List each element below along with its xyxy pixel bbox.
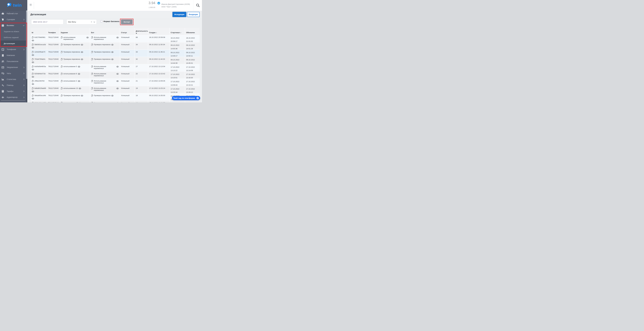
- copy-icon[interactable]: [91, 44, 93, 46]
- eye-icon[interactable]: [79, 88, 81, 89]
- copy-icon[interactable]: [32, 95, 34, 97]
- sidebar-item-1[interactable]: Сценарии: [0, 17, 27, 23]
- sidebar-item-2[interactable]: Вызовы: [0, 23, 27, 29]
- copy-icon[interactable]: [91, 66, 93, 68]
- sidebar-scrollbar-thumb[interactable]: [26, 12, 27, 79]
- column-header-duration[interactable]: Длительность: [135, 28, 148, 35]
- eye-icon[interactable]: [32, 83, 34, 85]
- column-header-bot[interactable]: Бот: [90, 28, 120, 35]
- eye-icon[interactable]: [116, 73, 119, 75]
- eye-icon[interactable]: [32, 62, 34, 63]
- export-button[interactable]: Экспорт: [121, 20, 132, 24]
- platform-guide-chat-button[interactable]: Твой гид по платформе: [172, 96, 200, 100]
- eye-icon[interactable]: [32, 91, 34, 92]
- eye-icon[interactable]: [81, 95, 83, 97]
- sidebar-item-4[interactable]: Шаблоны заданий: [0, 35, 27, 41]
- balance-dropdown-icon[interactable]: [158, 2, 160, 5]
- column-header-id[interactable]: Id: [31, 28, 47, 35]
- sidebar-item-3[interactable]: Задания на обзвон: [0, 29, 27, 35]
- eye-icon[interactable]: [32, 47, 34, 49]
- column-header-task[interactable]: Задание: [60, 28, 90, 35]
- copy-icon[interactable]: [91, 87, 93, 90]
- copy-icon[interactable]: [32, 51, 34, 53]
- sidebar-item-8[interactable]: Пользователи: [0, 58, 27, 64]
- balance-amount[interactable]: 3.94: [146, 1, 158, 5]
- copy-icon[interactable]: [91, 36, 93, 39]
- eye-icon[interactable]: [86, 37, 89, 38]
- copy-icon[interactable]: [32, 36, 34, 39]
- eye-icon[interactable]: [81, 51, 83, 53]
- user-info[interactable]: Иванов Дмитрий Сергеевич (t3159) ООО "Тв…: [162, 3, 190, 8]
- copy-icon[interactable]: [91, 73, 93, 75]
- sidebar-item-11[interactable]: Статистика: [0, 76, 27, 82]
- hamburger-menu-icon[interactable]: [30, 4, 32, 6]
- table-row[interactable]: cf9fa22fd78379111715040использование 3Ис…: [31, 79, 200, 86]
- copy-icon[interactable]: [32, 80, 34, 82]
- sidebar-item-5[interactable]: Детализация: [0, 41, 27, 47]
- table-row[interactable]: 58b583ceca3d79111715040Проверка перезвон…: [31, 43, 200, 50]
- clear-select-icon[interactable]: ✕: [91, 21, 92, 23]
- column-header-started[interactable]: Стартовал↓↑: [170, 28, 185, 35]
- eye-icon[interactable]: [111, 44, 114, 46]
- sidebar-item-10[interactable]: Чаты: [0, 70, 27, 76]
- table-row[interactable]: fc92709d098179111715040использование пер…: [31, 35, 200, 43]
- sidebar-item-14[interactable]: Аудиопарсер: [0, 94, 27, 100]
- table-row[interactable]: 8c80d0b4603a79111715040использование 5Ис…: [31, 64, 200, 72]
- copy-icon[interactable]: [61, 58, 62, 60]
- eye-icon[interactable]: [32, 98, 34, 99]
- copy-icon[interactable]: [32, 66, 34, 68]
- eye-icon[interactable]: [116, 80, 119, 82]
- table-row[interactable]: 6986d884-06779111715040использование 17И…: [31, 101, 200, 102]
- outgoing-tab-button[interactable]: Исходящие: [172, 12, 186, 17]
- copy-icon[interactable]: [91, 80, 93, 82]
- eye-icon[interactable]: [81, 59, 83, 60]
- copy-icon[interactable]: [61, 102, 62, 102]
- brand-logo[interactable]: twin: [0, 0, 27, 11]
- search-icon[interactable]: [196, 3, 200, 8]
- copy-icon[interactable]: [61, 95, 62, 97]
- table-row[interactable]: 703d478fab0c79111715040Проверка перезвон…: [31, 57, 200, 64]
- column-header-created[interactable]: Создан↓↑: [148, 28, 170, 35]
- eye-icon[interactable]: [78, 73, 80, 75]
- eye-icon[interactable]: [32, 40, 34, 41]
- eye-icon[interactable]: [116, 88, 119, 89]
- copy-icon[interactable]: [91, 95, 93, 97]
- eye-icon[interactable]: [32, 69, 34, 70]
- billing-format-checkbox[interactable]: [100, 20, 102, 22]
- table-row[interactable]: 9254bf4e072b79111715040использование 6Ис…: [31, 72, 200, 79]
- sidebar-item-7[interactable]: Компании: [0, 53, 27, 58]
- sort-both-icon[interactable]: ↓↑: [180, 32, 181, 34]
- copy-icon[interactable]: [61, 51, 62, 53]
- table-row[interactable]: 11fc6295ab7079111715040Проверка перезвон…: [31, 50, 200, 57]
- eye-icon[interactable]: [111, 51, 114, 53]
- eye-icon[interactable]: [116, 66, 119, 68]
- copy-icon[interactable]: [61, 44, 62, 46]
- copy-icon[interactable]: [61, 87, 62, 90]
- eye-icon[interactable]: [32, 76, 34, 78]
- copy-icon[interactable]: [32, 102, 34, 102]
- copy-icon[interactable]: [32, 44, 34, 46]
- eye-icon[interactable]: [116, 37, 119, 38]
- sort-both-icon[interactable]: ↓↑: [156, 32, 157, 34]
- eye-icon[interactable]: [81, 44, 83, 46]
- column-header-updated[interactable]: Обновлен: [185, 28, 200, 35]
- column-header-phone[interactable]: Телефон: [47, 28, 60, 35]
- eye-icon[interactable]: [111, 95, 114, 97]
- column-header-status[interactable]: Статус: [120, 28, 135, 35]
- date-filter-input[interactable]: [31, 20, 63, 24]
- sidebar-item-0[interactable]: Рабочий стол: [0, 11, 27, 17]
- table-row[interactable]: 6d8d6029ab6979111715040использование 13И…: [31, 86, 200, 93]
- copy-icon[interactable]: [91, 51, 93, 53]
- sidebar-item-13[interactable]: Тарифы: [0, 88, 27, 94]
- eye-icon[interactable]: [78, 66, 80, 68]
- copy-icon[interactable]: [91, 58, 93, 60]
- copy-icon[interactable]: [61, 73, 62, 75]
- bot-filter-select[interactable]: Все боты ✕: [66, 20, 96, 24]
- copy-icon[interactable]: [61, 80, 62, 82]
- copy-icon[interactable]: [32, 87, 34, 90]
- copy-icon[interactable]: [61, 66, 62, 68]
- eye-icon[interactable]: [32, 54, 34, 56]
- sort-desc-icon[interactable]: [136, 33, 137, 34]
- billing-format-label[interactable]: Формат биллинга: [104, 20, 119, 23]
- eye-icon[interactable]: [111, 59, 114, 60]
